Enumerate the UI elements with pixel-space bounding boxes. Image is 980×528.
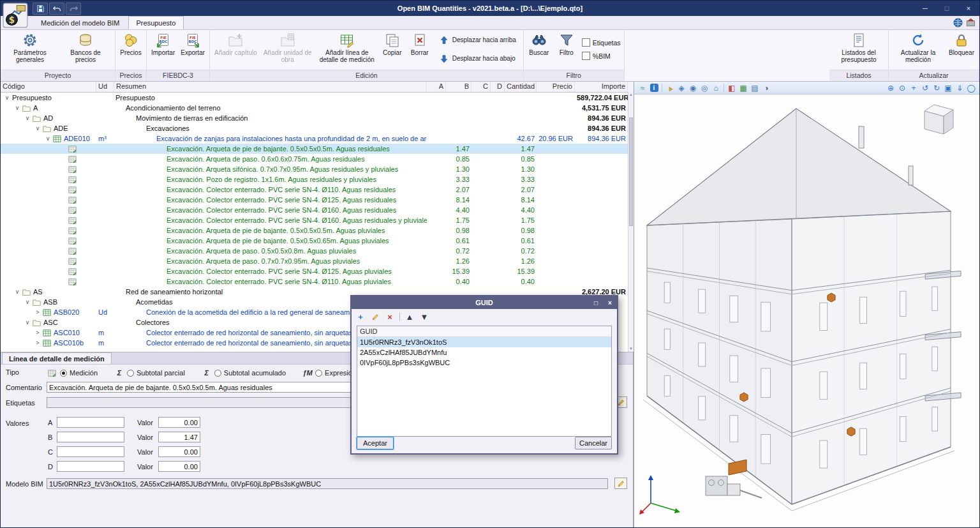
tipo-option-subtotal-acumulado[interactable]: ΣSubtotal acumulado [202, 369, 286, 377]
budget-row-a[interactable]: ∨AAcondicionamiento del terreno4,531.75 … [1, 103, 634, 113]
modelo-bim-edit-button[interactable] [614, 478, 627, 489]
copiar-button[interactable]: Copiar [379, 31, 406, 69]
bancos-de-precios-button[interactable]: Bancos de precios [58, 31, 113, 69]
exportar-button[interactable]: Exportar [178, 31, 207, 69]
filtro-button[interactable]: Filtro [553, 31, 580, 69]
budget-row-detail-17[interactable]: Excavación. Colector enterrado. PVC seri… [1, 266, 634, 276]
isolate-icon[interactable]: ◈ [676, 82, 687, 94]
connect-status-icon[interactable] [953, 18, 963, 27]
valor-c-input[interactable] [158, 446, 200, 457]
valor-expr-b-input[interactable] [57, 432, 124, 442]
budget-row-detail-11[interactable]: Excavación. Colector enterrado. PVC seri… [1, 205, 634, 215]
perspective-icon[interactable]: ⌂ [710, 82, 722, 94]
minimize-button[interactable]: ─ [914, 1, 936, 16]
tab-linea-de-detalle-de-medicion[interactable]: Línea de detalle de medición [2, 352, 112, 364]
parametros-generales-button[interactable]: Parámetros generales [3, 31, 57, 69]
expander-expanded[interactable]: ∨ [24, 113, 31, 123]
info-icon[interactable]: i [648, 82, 660, 94]
scroll-up-button[interactable]: ▲ [628, 92, 634, 98]
shadows-icon[interactable]: ◑ [761, 82, 772, 94]
scroll-down-button[interactable]: ▼ [628, 346, 634, 352]
importar-button[interactable]: Importar [149, 31, 177, 69]
budget-row-detail-12[interactable]: Excavación. Colector enterrado. PVC seri… [1, 215, 634, 225]
fit-view-icon[interactable]: ▣ [942, 82, 954, 94]
budget-row-detail-13[interactable]: Excavación. Arqueta de pie de bajante. 0… [1, 225, 634, 236]
expander-collapsed[interactable]: > [34, 307, 41, 317]
budget-row-detail-5[interactable]: Excavación. Arqueta de pie de bajante. 0… [1, 144, 634, 154]
full-sphere-icon[interactable]: ◯ [965, 82, 977, 94]
column-header-codigo[interactable]: Código [1, 82, 96, 92]
expander-expanded[interactable]: ∨ [24, 297, 31, 307]
valor-d-input[interactable] [158, 461, 200, 472]
budget-row-detail-9[interactable]: Excavación. Colector enterrado. PVC seri… [1, 185, 634, 195]
buscar-button[interactable]: Buscar [526, 31, 553, 69]
expander-collapsed[interactable]: > [34, 338, 41, 348]
budget-row-ade010[interactable]: ∨ADE010m³Excavación de zanjas para insta… [1, 133, 634, 144]
budget-row-detail-15[interactable]: Excavación. Arqueta de paso. 0.5x0.5x0.8… [1, 246, 634, 256]
budget-row-ad[interactable]: ∨ADMovimiento de tierras en edificación8… [1, 113, 634, 123]
column-header-precio[interactable]: Precio [537, 82, 575, 92]
save-button[interactable] [33, 3, 48, 15]
app-logo-icon[interactable] [3, 3, 28, 28]
delete-button[interactable]: × [385, 312, 395, 322]
borrar-button[interactable]: Borrar [406, 31, 433, 69]
desplazar-hacia-abajo-button[interactable]: Desplazar hacia abajo [435, 50, 520, 67]
column-header-resumen[interactable]: Resumen [114, 82, 427, 92]
dialog-close-button[interactable]: × [603, 298, 617, 308]
export-view-icon[interactable]: ⇓ [954, 82, 965, 94]
expander-expanded[interactable]: ∨ [24, 317, 31, 328]
guid-dialog-titlebar[interactable]: GUID □ × [352, 296, 617, 309]
budget-row-presupuesto[interactable]: ∨PresupuestoPresupuesto589,722.04 EUR [1, 93, 634, 103]
guid-list-item[interactable]: 0IVpF60jL8pPBs3sKgWBUC [357, 358, 611, 368]
expander-collapsed[interactable]: > [34, 328, 41, 338]
budget-row-detail-8[interactable]: Excavación. Pozo de registro. 1x1.6m. Ag… [1, 174, 634, 185]
column-header-importe[interactable]: Importe [575, 82, 628, 92]
add-button[interactable]: + [355, 312, 366, 322]
budget-scrollbar[interactable]: ▲ ▼ [628, 92, 634, 352]
expander-expanded[interactable]: ∨ [13, 103, 21, 113]
column-header-c[interactable]: C [471, 82, 491, 92]
column-header-d[interactable]: D [491, 82, 505, 92]
actualizar-la-medicion-button[interactable]: Actualizar la medición [891, 31, 946, 69]
guid-list-item[interactable]: 1U5r0RNRz3_fzV3nOk1toS [357, 337, 611, 347]
tipo-option-subtotal-parcial[interactable]: ΣSubtotal parcial [114, 369, 185, 377]
budget-row-detail-14[interactable]: Excavación. Arqueta de pie de bajante. 0… [1, 236, 634, 246]
valor-expr-c-input[interactable] [57, 446, 124, 457]
tab-medicion-del-modelo-bim[interactable]: Medición del modelo BIM [33, 16, 128, 29]
guid-list[interactable]: GUID 1U5r0RNRz3_fzV3nOk1toS2A55xCzlHAf85… [357, 326, 612, 437]
tipo-option-medicion[interactable]: Medición [47, 369, 98, 377]
column-header-a[interactable]: A [427, 82, 446, 92]
zoom-in-icon[interactable]: ⊕ [885, 82, 896, 94]
checkbox-bim[interactable]: %BIM [582, 50, 621, 62]
column-header-b[interactable]: B [446, 82, 471, 92]
move-up-button[interactable]: ▲ [405, 312, 415, 322]
bloquear-button[interactable]: Bloquear [946, 31, 977, 69]
pan-icon[interactable]: + [908, 82, 919, 94]
orbit-icon[interactable]: ↺ [919, 82, 931, 94]
redo-button[interactable] [66, 3, 81, 15]
budget-row-detail-7[interactable]: Excavación. Arqueta sifónica. 0.7x0.7x0.… [1, 164, 634, 174]
valor-expr-d-input[interactable] [57, 461, 124, 472]
select-icon[interactable]: ▲ [664, 82, 676, 94]
budget-row-ade[interactable]: ∨ADEExcavaciones894.36 EUR [1, 123, 634, 133]
tipo-option-expresion[interactable]: ƒMExpresión [302, 369, 356, 377]
3d-model-canvas[interactable] [634, 94, 980, 528]
budget-row-detail-10[interactable]: Excavación. Colector enterrado. PVC seri… [1, 195, 634, 205]
section-icon[interactable]: ◧ [726, 82, 738, 94]
precios-button[interactable]: Precios [117, 31, 144, 69]
refresh-icon[interactable]: ↻ [931, 82, 942, 94]
budget-row-detail-6[interactable]: Excavación. Arqueta de paso. 0.6x0.6x0.7… [1, 154, 634, 164]
valor-expr-a-input[interactable] [57, 417, 124, 428]
close-button[interactable]: × [958, 1, 979, 16]
expander-expanded[interactable]: ∨ [44, 133, 52, 144]
edit-button[interactable] [370, 312, 380, 322]
layers-icon[interactable]: ▤ [749, 82, 761, 94]
checkbox-etiquetas[interactable]: Etiquetas [582, 37, 621, 49]
render-icon[interactable]: ◎ [699, 82, 710, 94]
workplane-icon[interactable]: ▦ [738, 82, 749, 94]
expander-expanded[interactable]: ∨ [34, 123, 41, 133]
view-cube[interactable] [924, 105, 953, 134]
tab-presupuesto[interactable]: Presupuesto [128, 16, 184, 29]
modelo-bim-input[interactable] [47, 478, 608, 489]
guid-list-item[interactable]: 2A55xCzlHAf85JUBdYMnfu [357, 347, 611, 358]
